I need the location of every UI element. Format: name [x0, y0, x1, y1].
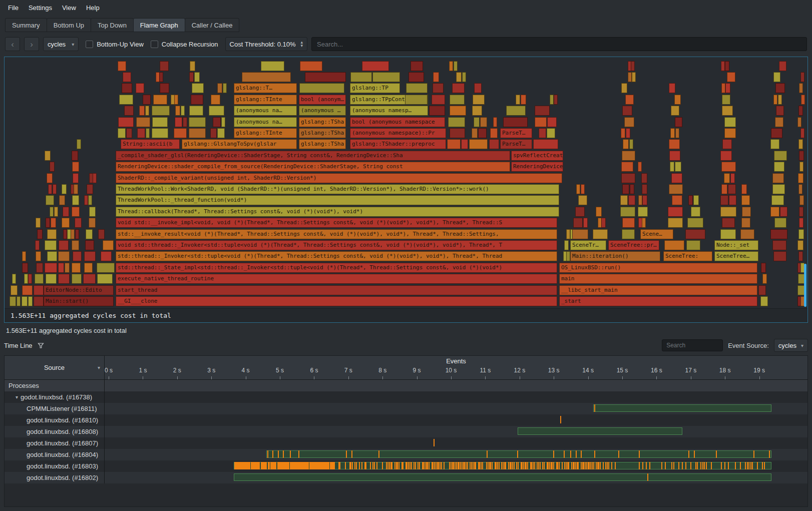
- flame-frame[interactable]: [456, 72, 461, 82]
- flame-frame[interactable]: [411, 61, 423, 71]
- flame-frame[interactable]: [686, 240, 700, 250]
- timeline-row-label[interactable]: CPMMListener (#16811): [5, 403, 105, 414]
- flame-frame[interactable]: [62, 218, 70, 228]
- flame-frame[interactable]: [578, 195, 587, 205]
- flame-frame[interactable]: (anonymous na…: [234, 106, 297, 116]
- flame-frame[interactable]: [74, 184, 78, 194]
- event-tick[interactable]: [570, 450, 571, 458]
- flame-frame[interactable]: [760, 296, 768, 306]
- timeline-row-label[interactable]: Processes: [5, 380, 105, 391]
- flame-frame[interactable]: [774, 162, 785, 172]
- flame-frame[interactable]: SceneTr…: [570, 240, 606, 250]
- event-tick[interactable]: [351, 450, 352, 458]
- flame-frame[interactable]: [189, 128, 206, 138]
- timeline-track[interactable]: [105, 380, 807, 391]
- flame-frame[interactable]: [720, 195, 728, 205]
- bottom-up-checkbox[interactable]: Bottom-Up View: [86, 41, 144, 48]
- flame-frame[interactable]: [547, 128, 555, 138]
- event-tick[interactable]: [407, 462, 408, 469]
- flame-frame[interactable]: [625, 95, 634, 105]
- event-tick[interactable]: [611, 462, 612, 469]
- flame-frame[interactable]: [409, 72, 424, 82]
- event-tick[interactable]: [488, 462, 489, 469]
- flame-frame[interactable]: [670, 128, 675, 138]
- event-tick[interactable]: [419, 462, 420, 469]
- flame-frame[interactable]: [37, 229, 43, 239]
- history-back-button[interactable]: ‹: [5, 37, 20, 51]
- flame-frame[interactable]: [22, 296, 28, 306]
- flame-frame[interactable]: [720, 229, 736, 239]
- flame-frame[interactable]: [798, 251, 803, 261]
- flame-frame[interactable]: std::thread::_State_impl<std::thread::_I…: [116, 263, 557, 273]
- flame-frame[interactable]: [798, 173, 803, 183]
- flame-scrollbar[interactable]: [804, 264, 806, 307]
- event-tick[interactable]: [700, 462, 701, 469]
- tab-top-down[interactable]: Top Down: [91, 18, 134, 32]
- event-tick[interactable]: [588, 462, 589, 469]
- event-tick[interactable]: [434, 439, 435, 446]
- flame-frame[interactable]: [775, 117, 783, 127]
- timeline-track[interactable]: [105, 437, 807, 449]
- flame-frame[interactable]: [11, 285, 18, 295]
- flame-frame[interactable]: ThreadWorkPool::Work<ShaderRD, void (Sha…: [116, 184, 559, 194]
- event-tick[interactable]: [522, 462, 523, 469]
- event-tick[interactable]: [410, 462, 411, 469]
- event-tick[interactable]: [575, 462, 576, 469]
- flame-frame[interactable]: [58, 274, 70, 284]
- flame-frame[interactable]: [362, 61, 389, 71]
- flame-frame[interactable]: [217, 83, 222, 93]
- flame-frame[interactable]: [300, 61, 322, 71]
- flame-graph-panel[interactable]: 1.563E+11 aggregated cycles cost in tota…: [4, 57, 808, 323]
- event-tick[interactable]: [451, 462, 452, 469]
- event-tick[interactable]: [436, 462, 437, 469]
- event-tick[interactable]: [467, 462, 468, 469]
- event-tick[interactable]: [573, 462, 574, 469]
- flame-frame[interactable]: [28, 274, 32, 284]
- event-tick[interactable]: [456, 462, 457, 469]
- flame-frame[interactable]: [535, 106, 550, 116]
- event-tick[interactable]: [272, 450, 273, 458]
- flame-frame[interactable]: [160, 83, 169, 93]
- flame-frame[interactable]: [72, 195, 79, 205]
- event-tick[interactable]: [359, 462, 360, 469]
- flame-frame[interactable]: [58, 263, 64, 273]
- event-tick[interactable]: [745, 462, 746, 469]
- flame-frame[interactable]: [75, 218, 82, 228]
- event-tick[interactable]: [671, 462, 672, 469]
- flame-frame[interactable]: RenderingDevice::shader_compile_from_sou…: [116, 162, 510, 172]
- event-tick[interactable]: [364, 462, 365, 469]
- timeline-track[interactable]: [105, 391, 807, 403]
- flame-frame[interactable]: [454, 61, 458, 71]
- event-tick[interactable]: [415, 462, 416, 469]
- flame-frame[interactable]: [405, 95, 428, 105]
- flame-frame[interactable]: [638, 162, 642, 172]
- event-tick[interactable]: [481, 462, 482, 469]
- event-tick[interactable]: [553, 462, 554, 469]
- event-tick[interactable]: [267, 450, 268, 458]
- event-tick[interactable]: [578, 462, 579, 469]
- flame-frame[interactable]: [146, 128, 150, 138]
- event-tick[interactable]: [530, 462, 531, 469]
- event-tick[interactable]: [441, 462, 442, 469]
- flame-frame[interactable]: [730, 173, 735, 183]
- flame-frame[interactable]: [145, 106, 149, 116]
- timeline-track[interactable]: [105, 403, 807, 414]
- event-tick[interactable]: [427, 462, 428, 469]
- flame-frame[interactable]: [139, 106, 145, 116]
- flame-frame[interactable]: [450, 128, 465, 138]
- event-tick[interactable]: [615, 462, 616, 469]
- event-tick[interactable]: [275, 462, 276, 469]
- event-tick[interactable]: [574, 462, 575, 469]
- event-tick[interactable]: [518, 462, 519, 469]
- flame-frame[interactable]: [63, 229, 67, 239]
- flame-frame[interactable]: glslang::T…: [234, 83, 297, 93]
- flame-frame[interactable]: [629, 139, 633, 149]
- flame-frame[interactable]: [693, 195, 699, 205]
- event-tick[interactable]: [486, 462, 487, 469]
- event-tick[interactable]: [639, 450, 640, 458]
- flame-frame[interactable]: [84, 251, 96, 261]
- flame-frame[interactable]: [724, 117, 736, 127]
- event-tick[interactable]: [764, 462, 765, 469]
- flame-frame[interactable]: std::__invoke_result<void (*)(Thread*, T…: [116, 229, 557, 239]
- flame-frame[interactable]: [22, 285, 33, 295]
